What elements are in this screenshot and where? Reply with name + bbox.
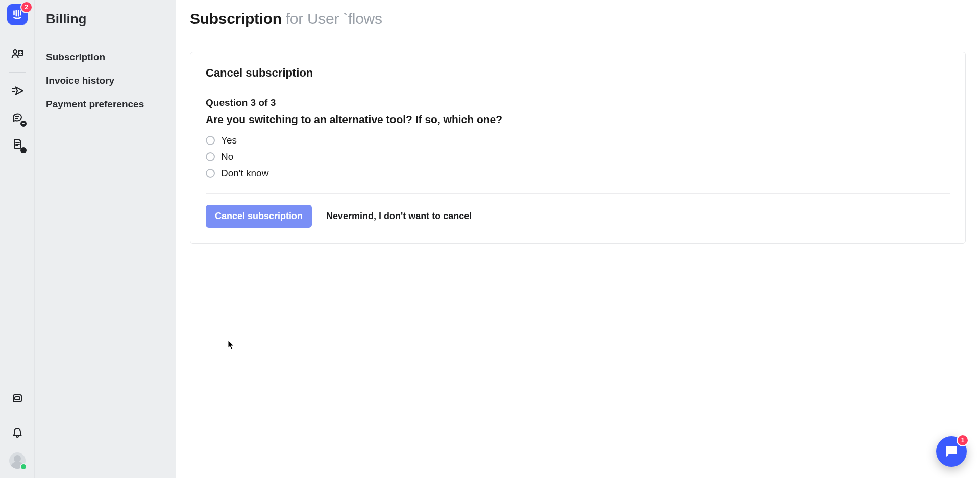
contacts-icon: [11, 47, 24, 60]
option-label: No: [221, 151, 233, 162]
nav-new-conversation[interactable]: +: [7, 107, 28, 128]
icon-rail-bottom: [0, 385, 34, 472]
rail-divider: [9, 72, 26, 73]
icon-rail-top: 2: [0, 4, 34, 157]
question-progress: Question 3 of 3: [206, 97, 950, 108]
sidebar: Billing Subscription Invoice history Pay…: [35, 0, 176, 478]
svg-point-10: [21, 53, 22, 54]
sidebar-item-payment-preferences[interactable]: Payment preferences: [46, 92, 162, 116]
answer-options: Yes No Don't know: [206, 135, 950, 179]
page-title-strong: Subscription: [190, 10, 282, 27]
page-title-muted: for User `flows: [282, 10, 382, 27]
user-avatar-wrap[interactable]: [9, 452, 26, 469]
option-no[interactable]: No: [206, 151, 950, 162]
stack-icon: [11, 392, 23, 404]
option-label: Yes: [221, 135, 237, 146]
chat-icon: [944, 444, 959, 459]
option-dont-know[interactable]: Don't know: [206, 168, 950, 179]
main-header: Subscription for User `flows: [176, 0, 980, 38]
plus-badge-icon: +: [20, 121, 27, 127]
radio-icon: [206, 152, 215, 161]
radio-icon: [206, 169, 215, 178]
nav-reports[interactable]: [7, 388, 28, 409]
question-text: Are you switching to an alternative tool…: [206, 113, 950, 126]
sidebar-item-invoice-history[interactable]: Invoice history: [46, 69, 162, 92]
send-icon: [11, 84, 24, 98]
svg-point-5: [13, 50, 17, 53]
svg-rect-19: [15, 397, 20, 400]
svg-point-9: [19, 53, 20, 54]
app-logo[interactable]: 2: [7, 4, 28, 25]
nav-notifications[interactable]: [7, 422, 28, 442]
chat-launcher-badge: 1: [958, 435, 968, 445]
plus-badge-icon: +: [20, 147, 27, 153]
cancel-subscription-button[interactable]: Cancel subscription: [206, 205, 312, 228]
radio-icon: [206, 136, 215, 145]
presence-indicator: [21, 464, 26, 469]
icon-rail: 2: [0, 0, 35, 478]
sidebar-item-subscription[interactable]: Subscription: [46, 45, 162, 69]
app-logo-badge: 2: [21, 2, 32, 12]
page-title: Subscription for User `flows: [190, 10, 966, 28]
sidebar-title: Billing: [46, 11, 162, 27]
cancel-subscription-card: Cancel subscription Question 3 of 3 Are …: [190, 52, 966, 244]
app-root: 2: [0, 0, 980, 478]
bell-icon: [11, 426, 23, 438]
rail-divider: [9, 35, 26, 35]
svg-point-7: [19, 51, 20, 52]
nevermind-button[interactable]: Nevermind, I don't want to cancel: [326, 211, 472, 222]
content: Cancel subscription Question 3 of 3 Are …: [176, 38, 980, 257]
nav-new-article[interactable]: +: [7, 134, 28, 154]
svg-rect-6: [18, 51, 22, 56]
divider: [206, 193, 950, 194]
svg-point-8: [21, 51, 22, 52]
card-title: Cancel subscription: [206, 66, 950, 80]
nav-contacts[interactable]: [7, 43, 28, 64]
chat-launcher[interactable]: 1: [936, 436, 967, 467]
option-yes[interactable]: Yes: [206, 135, 950, 146]
nav-outbound[interactable]: [7, 81, 28, 101]
main: Subscription for User `flows Cancel subs…: [176, 0, 980, 478]
card-actions: Cancel subscription Nevermind, I don't w…: [206, 205, 950, 228]
option-label: Don't know: [221, 168, 268, 179]
